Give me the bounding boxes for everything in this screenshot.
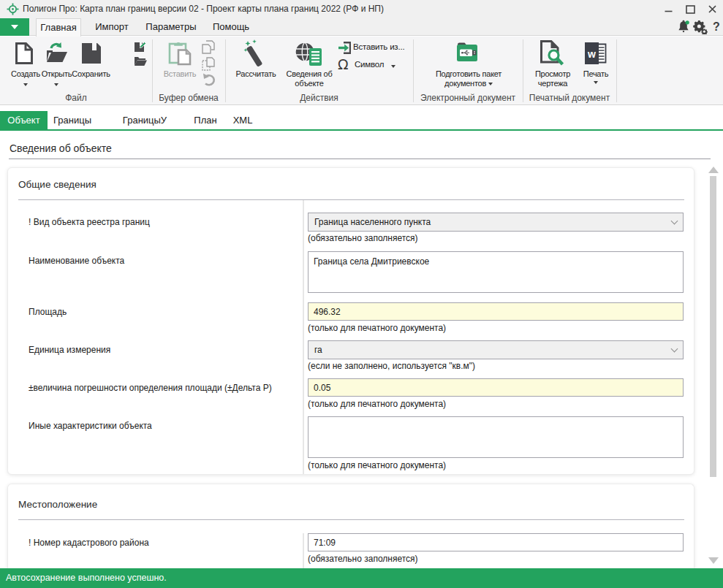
- group-label-edoc: Электронный документ: [413, 93, 523, 103]
- section-rule: [18, 519, 684, 520]
- page-title: Сведения об объекте: [10, 142, 112, 154]
- paste-special-icon: [202, 57, 216, 71]
- tab-granitsyu[interactable]: ГраницыУ: [120, 111, 170, 129]
- chevron-down-icon: [671, 345, 678, 353]
- menu-tab-import[interactable]: Импорт: [92, 18, 132, 36]
- cadastral-district-input[interactable]: [308, 533, 684, 551]
- chevron-down-icon: [488, 83, 493, 85]
- tab-object[interactable]: Объект: [0, 111, 48, 129]
- paste-button-label: Вставить: [159, 69, 201, 79]
- prepare-package-label-1: Подготовить пакет: [418, 69, 519, 79]
- paste-button[interactable]: Вставить: [159, 39, 201, 88]
- bell-icon: [676, 20, 691, 34]
- field-label-area: Площадь: [29, 307, 67, 317]
- object-name-textarea[interactable]: Граница села Дмитриевское: [308, 251, 684, 293]
- scrollbar-thumb[interactable]: [710, 176, 716, 477]
- ribbon-separator: [616, 39, 617, 102]
- minimize-button[interactable]: [657, 0, 679, 18]
- object-info-button[interactable]: Сведения об объекте: [284, 39, 335, 88]
- svg-text:w: w: [587, 48, 596, 60]
- object-info-button-label-1: Сведения об: [279, 69, 339, 79]
- close-icon: [708, 5, 716, 13]
- maximize-icon: [686, 5, 695, 14]
- minimize-icon: [665, 5, 673, 13]
- section-location-title: Местоположение: [18, 499, 97, 510]
- chevron-down-icon: [671, 218, 678, 225]
- open-folder-small-button[interactable]: [134, 56, 147, 67]
- gears-icon: [693, 20, 708, 34]
- open-button[interactable]: Открыть: [38, 39, 75, 88]
- view-drawing-button[interactable]: Просмотр чертежа: [528, 39, 578, 88]
- omega-icon: Ω: [338, 56, 352, 72]
- scroll-down-icon[interactable]: [708, 557, 719, 564]
- open-button-label: Открыть: [38, 69, 75, 79]
- chevron-down-icon: [11, 25, 18, 29]
- group-label-printdoc: Печатный документ: [523, 93, 616, 103]
- unit-combobox[interactable]: га: [308, 340, 684, 359]
- copy-button[interactable]: [202, 40, 216, 54]
- object-info-button-label-2: объекте: [284, 79, 335, 88]
- tab-granitsy[interactable]: Границы: [51, 111, 94, 129]
- tab-plan[interactable]: План: [190, 111, 221, 129]
- menu-tab-parametry[interactable]: Параметры: [143, 18, 199, 36]
- field-label-object-kind: ! Вид объекта реестра границ: [29, 217, 150, 227]
- tab-xml[interactable]: XML: [228, 111, 257, 129]
- prepare-package-button[interactable]: Подготовить пакет документов: [418, 39, 519, 88]
- undo-button[interactable]: [202, 73, 216, 86]
- save-icon: [82, 43, 101, 64]
- save-as-button[interactable]: [134, 40, 147, 53]
- section-general-title: Общие сведения: [18, 179, 96, 190]
- vertical-scrollbar[interactable]: [706, 167, 720, 567]
- paste-from-button[interactable]: Вставить из...: [338, 42, 411, 54]
- print-button[interactable]: w Печать: [578, 39, 614, 88]
- field-label-unit: Единица измерения: [29, 345, 110, 355]
- new-document-icon: [15, 42, 34, 65]
- status-message: Автосохранение выполнено успешно.: [6, 573, 167, 583]
- copy-icon: [202, 40, 216, 54]
- paste-icon: [168, 41, 193, 67]
- page-title-rule: [9, 159, 711, 159]
- menu-tab-pomosch[interactable]: Помощь: [209, 18, 253, 36]
- group-label-actions: Действия: [225, 93, 413, 103]
- document-tab-strip: Объект Границы ГраницыУ План XML: [0, 111, 723, 129]
- field-hint-area: (только для печатного документа): [308, 323, 446, 333]
- prepare-package-label-2: документов: [418, 79, 519, 88]
- save-as-icon: [134, 40, 146, 53]
- section-location: Местоположение ! Номер кадастрового райо…: [7, 484, 694, 576]
- group-label-clipboard: Буфер обмена: [152, 93, 225, 103]
- view-drawing-label-2: чертежа: [528, 79, 578, 88]
- notifications-button[interactable]: [676, 20, 691, 34]
- chevron-down-icon: [391, 65, 395, 68]
- field-hint-cadastral-district: (обязательно заполняется): [308, 554, 418, 564]
- symbol-button[interactable]: Ω Символ: [338, 58, 411, 73]
- app-menu-button[interactable]: [0, 18, 29, 36]
- object-kind-combobox[interactable]: Граница населенного пункта: [308, 213, 684, 232]
- print-button-label: Печать: [578, 69, 614, 79]
- menu-tab-glavnaya[interactable]: Главная: [36, 18, 81, 37]
- paste-special-button[interactable]: [202, 57, 216, 71]
- magic-wand-icon: [243, 39, 269, 67]
- area-input[interactable]: [308, 302, 684, 321]
- unit-value: га: [314, 345, 322, 355]
- calculate-button[interactable]: Рассчитать: [228, 39, 284, 88]
- scroll-up-icon[interactable]: [708, 167, 719, 173]
- section-general: Общие сведения ! Вид объекта реестра гра…: [7, 167, 694, 475]
- paste-from-button-label: Вставить из...: [353, 42, 404, 51]
- maximize-button[interactable]: [679, 0, 701, 18]
- object-kind-value: Граница населенного пункта: [314, 217, 431, 227]
- status-bar: Автосохранение выполнено успешно.: [0, 568, 723, 588]
- area-error-input[interactable]: [308, 378, 684, 397]
- save-button[interactable]: Сохранить: [71, 39, 111, 88]
- tab-strip-underline: [0, 129, 723, 131]
- settings-button[interactable]: [693, 20, 708, 34]
- application-window: Полигон Про: Карта план границ версии 02…: [0, 0, 723, 588]
- view-drawing-label-1: Просмотр: [528, 69, 578, 79]
- other-characteristics-textarea[interactable]: [308, 416, 684, 458]
- label-field-divider: [303, 200, 304, 474]
- ribbon: Создать Открыть Сохранить: [0, 37, 723, 105]
- open-folder-icon: [45, 42, 69, 65]
- close-button[interactable]: [701, 0, 723, 18]
- field-label-cadastral-district: ! Номер кадастрового района: [29, 538, 149, 548]
- help-button[interactable]: ?: [711, 20, 722, 34]
- app-logo-icon: [7, 3, 19, 15]
